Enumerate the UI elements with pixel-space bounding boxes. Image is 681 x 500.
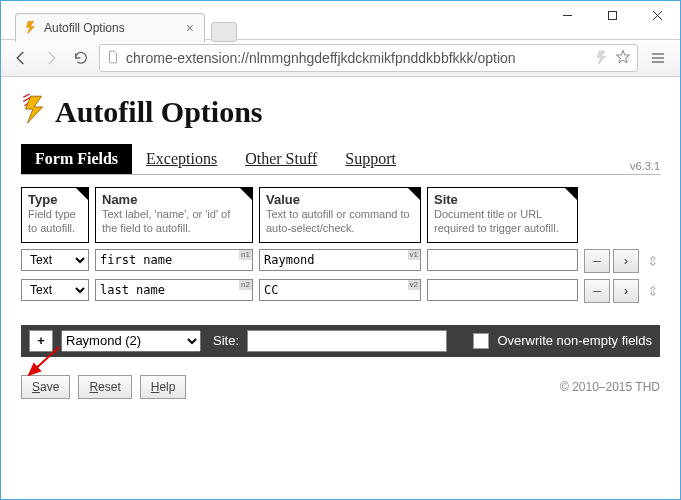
tab-form-fields[interactable]: Form Fields <box>21 144 132 174</box>
svg-line-7 <box>23 94 29 97</box>
page-title: Autofill Options <box>21 93 660 130</box>
save-button[interactable]: Save <box>21 375 70 399</box>
address-bar: chrome-extension://nlmmgnhgdeffjkdckmikf… <box>1 39 680 77</box>
minimize-button[interactable] <box>545 1 590 29</box>
overwrite-label: Overwrite non-empty fields <box>497 333 652 348</box>
reset-button[interactable]: Reset <box>78 375 131 399</box>
maximize-button[interactable] <box>590 1 635 29</box>
grid-header: Type Field type to autofill. Name Text l… <box>21 187 660 243</box>
field-index-badge: n2 <box>239 280 252 290</box>
field-index-badge: v1 <box>408 250 420 260</box>
profile-select[interactable]: Raymond (2) <box>61 330 201 352</box>
overwrite-checkbox[interactable] <box>473 333 489 349</box>
field-index-badge: n1 <box>239 250 252 260</box>
help-corner-icon[interactable] <box>565 188 577 200</box>
help-corner-icon[interactable] <box>76 188 88 200</box>
help-button[interactable]: Help <box>140 375 187 399</box>
back-button[interactable] <box>9 46 33 70</box>
tab-other-stuff[interactable]: Other Stuff <box>231 144 331 174</box>
svg-rect-1 <box>609 11 617 19</box>
remove-row-button[interactable]: – <box>584 249 610 273</box>
app-window: Autofill Options × chrome-extension://nl… <box>0 0 681 500</box>
type-select[interactable]: Text <box>21 279 89 301</box>
section-tabs: Form Fields Exceptions Other Stuff Suppo… <box>21 144 660 175</box>
file-icon <box>106 50 120 67</box>
site-input[interactable] <box>427 279 578 301</box>
add-profile-button[interactable]: + <box>29 330 53 352</box>
autofill-ext-icon[interactable] <box>595 50 609 67</box>
profile-bar: + Raymond (2) Site: Overwrite non-empty … <box>21 325 660 357</box>
fields-grid: Type Field type to autofill. Name Text l… <box>21 187 660 303</box>
browser-tab-strip: Autofill Options × <box>15 13 237 42</box>
new-tab-button[interactable] <box>211 22 237 42</box>
window-controls <box>545 1 680 29</box>
site-input[interactable] <box>427 249 578 271</box>
site-label: Site: <box>213 333 239 348</box>
browser-tab-title: Autofill Options <box>44 21 125 35</box>
url-text: chrome-extension://nlmmgnhgdeffjkdckmikf… <box>126 50 589 66</box>
forward-button[interactable] <box>39 46 63 70</box>
page-title-text: Autofill Options <box>55 95 263 129</box>
help-corner-icon[interactable] <box>408 188 420 200</box>
titlebar: Autofill Options × <box>1 1 680 39</box>
row-more-button[interactable]: › <box>613 279 639 303</box>
field-row: Text n1 v1 – › ⇕ <box>21 249 660 273</box>
close-tab-icon[interactable]: × <box>186 21 194 35</box>
url-field[interactable]: chrome-extension://nlmmgnhgdeffjkdckmikf… <box>99 44 638 72</box>
close-window-button[interactable] <box>635 1 680 29</box>
value-input[interactable] <box>259 279 421 301</box>
footer: Save Reset Help © 2010–2015 THD <box>21 375 660 399</box>
field-index-badge: v2 <box>408 280 420 290</box>
menu-button[interactable] <box>644 44 672 72</box>
col-head-name: Name Text label, 'name', or 'id' of the … <box>95 187 253 243</box>
field-row: Text n2 v2 – › ⇕ <box>21 279 660 303</box>
row-more-button[interactable]: › <box>613 249 639 273</box>
col-head-type: Type Field type to autofill. <box>21 187 89 243</box>
copyright: © 2010–2015 THD <box>560 380 660 394</box>
value-input[interactable] <box>259 249 421 271</box>
col-head-value: Value Text to autofill or command to aut… <box>259 187 421 243</box>
col-head-site: Site Document title or URL required to t… <box>427 187 578 243</box>
reload-button[interactable] <box>69 46 93 70</box>
bolt-icon <box>21 93 47 130</box>
tab-support[interactable]: Support <box>331 144 410 174</box>
name-input[interactable] <box>95 249 253 271</box>
browser-tab[interactable]: Autofill Options × <box>15 13 205 42</box>
bolt-icon <box>24 20 38 37</box>
type-select[interactable]: Text <box>21 249 89 271</box>
site-filter-input[interactable] <box>247 330 447 352</box>
help-corner-icon[interactable] <box>240 188 252 200</box>
page-content: Autofill Options Form Fields Exceptions … <box>1 77 680 409</box>
drag-handle-icon[interactable]: ⇕ <box>646 249 660 273</box>
version-label: v6.3.1 <box>630 160 660 172</box>
bookmark-star-icon[interactable] <box>615 49 631 68</box>
name-input[interactable] <box>95 279 253 301</box>
remove-row-button[interactable]: – <box>584 279 610 303</box>
drag-handle-icon[interactable]: ⇕ <box>646 279 660 303</box>
tab-exceptions[interactable]: Exceptions <box>132 144 231 174</box>
